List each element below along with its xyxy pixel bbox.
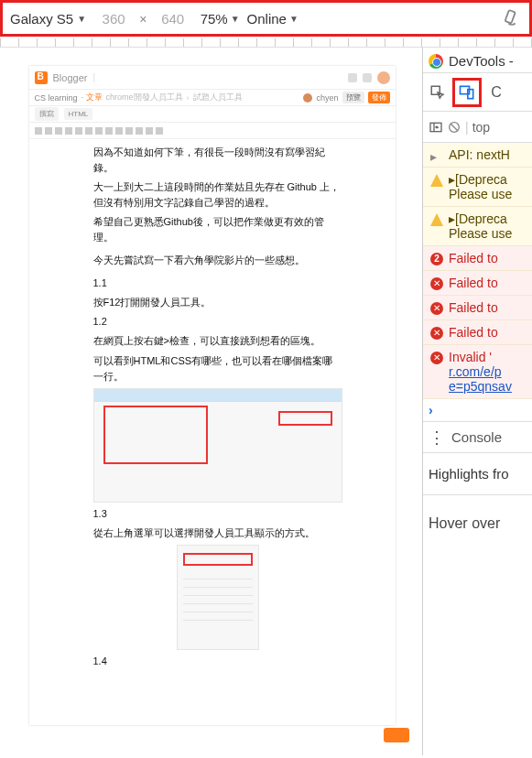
- console-message: 2 Failed to: [423, 246, 532, 271]
- crumb-sep: ›: [187, 93, 190, 103]
- devtools-titlebar: DevTools -: [423, 48, 532, 73]
- svg-rect-0: [505, 10, 516, 24]
- body-text: 從右上角選單可以選擇開發人員工具顯示的方式。: [93, 525, 342, 541]
- chevron-down-icon: ▼: [231, 14, 240, 24]
- formatting-toolbar: [29, 123, 396, 139]
- throttle-value: Online: [247, 11, 287, 27]
- italic-icon[interactable]: [75, 127, 82, 135]
- align-icon[interactable]: [125, 127, 133, 135]
- error-link[interactable]: e=p5qnsav: [449, 379, 512, 394]
- blogger-logo-icon: [35, 71, 48, 84]
- blogger-brand: Blogger: [53, 72, 88, 83]
- preview-button[interactable]: 預覽: [342, 92, 364, 103]
- blog-title[interactable]: CS learning: [35, 93, 78, 103]
- notifications-icon[interactable]: [363, 73, 372, 82]
- warning-icon: [430, 174, 443, 187]
- compose-fab[interactable]: [384, 728, 409, 742]
- font-icon[interactable]: [55, 127, 62, 135]
- device-selector[interactable]: Galaxy S5 ▼: [10, 11, 86, 27]
- viewport-height-input[interactable]: [153, 11, 193, 27]
- error-link[interactable]: r.com/e/p: [449, 364, 502, 379]
- console-message: ▸ API: nextH: [423, 143, 532, 168]
- more-tabs[interactable]: C: [482, 78, 511, 107]
- console-message: ✕ Failed to: [423, 271, 532, 296]
- sidebar-toggle-icon[interactable]: [429, 120, 443, 135]
- clear-console-icon[interactable]: [447, 120, 461, 135]
- redo-icon[interactable]: [45, 127, 52, 135]
- blogger-header: Blogger |: [29, 66, 396, 90]
- msg-text: Failed to: [449, 276, 498, 290]
- more-icon[interactable]: [156, 127, 163, 135]
- body-text: 今天先嘗試寫一下看六角學院影片的一些感想。: [93, 253, 342, 268]
- apps-icon[interactable]: [348, 73, 357, 82]
- warning-icon: [430, 213, 443, 226]
- msg-text: Failed to: [449, 325, 498, 340]
- drawer-tab-row: ⋮ Console: [423, 422, 532, 453]
- crumb-post: chrome開發人員工具: [106, 92, 183, 103]
- error-icon: ✕: [430, 352, 443, 364]
- color-icon[interactable]: [95, 127, 103, 135]
- rotate-button[interactable]: [502, 8, 522, 28]
- drawer-console-tab[interactable]: Console: [451, 429, 502, 445]
- blogger-editor: Blogger | CS learning · 文章 chrome開發人員工具 …: [29, 66, 396, 725]
- error-icon: ✕: [430, 327, 443, 340]
- zoom-selector[interactable]: 75% ▼: [201, 11, 240, 27]
- error-icon: ✕: [430, 277, 443, 290]
- body-text: 可以看到HTML和CSS有哪些，也可以看在哪個檔案哪一行。: [93, 353, 342, 384]
- publish-button[interactable]: 發佈: [368, 92, 390, 103]
- undo-icon[interactable]: [35, 127, 42, 135]
- quote-icon[interactable]: [146, 127, 153, 135]
- viewport-size: ×: [93, 11, 193, 27]
- console-message: ✕ Invalid ' r.com/e/p e=p5qnsav: [423, 345, 532, 399]
- post-body[interactable]: 因為不知道如何下筆，有很長一段時間沒有寫學習紀錄。 大一上到大二上這段時間的作業…: [29, 139, 396, 725]
- section-num: 1.4: [93, 654, 342, 669]
- embedded-screenshot-2: [177, 545, 259, 650]
- console-prompt[interactable]: ›: [423, 399, 532, 422]
- device-preview-pane: Blogger | CS learning · 文章 chrome開發人員工具 …: [0, 48, 422, 755]
- image-icon[interactable]: [115, 127, 123, 135]
- error-count-badge: 2: [430, 253, 443, 265]
- expand-icon[interactable]: ▸: [430, 149, 443, 162]
- editor-tabs: 撰寫 HTML: [29, 106, 396, 123]
- tab-compose[interactable]: 撰寫: [35, 107, 59, 121]
- console-context-row: | top: [423, 112, 532, 143]
- body-text: 因為不知道如何下筆，有很長一段時間沒有寫學習紀錄。: [93, 145, 342, 176]
- body-text: 大一上到大二上這段時間的作業姑且先存在 Github 上，但沒有特別用文字記錄自…: [93, 179, 342, 211]
- section-label: · 文章: [81, 92, 103, 103]
- throttle-selector[interactable]: Online ▼: [247, 11, 299, 27]
- underline-icon[interactable]: [85, 127, 92, 135]
- msg-text: API: nextH: [449, 147, 510, 162]
- tab-html[interactable]: HTML: [64, 108, 93, 120]
- section-num: 1.3: [93, 506, 342, 522]
- separator: |: [465, 120, 469, 135]
- console-message: ▸[DeprecaPlease use: [423, 207, 532, 246]
- section-num: 1.2: [93, 314, 342, 330]
- zoom-value: 75%: [201, 11, 228, 27]
- list-icon[interactable]: [136, 127, 143, 135]
- body-text: 在網頁上按右鍵>檢查，可以直接跳到想看的區塊。: [93, 333, 342, 349]
- avatar[interactable]: [377, 71, 390, 84]
- user-name: chyen: [316, 93, 338, 103]
- toggle-device-toolbar-button[interactable]: [452, 78, 482, 107]
- msg-text: Failed to: [449, 251, 498, 265]
- section-num: 1.1: [93, 276, 342, 291]
- viewport-width-input[interactable]: [93, 11, 134, 27]
- kebab-menu-icon[interactable]: ⋮: [429, 434, 444, 441]
- msg-text: Invalid ' r.com/e/p e=p5qnsav: [449, 350, 512, 394]
- hover-hint: Hover over: [423, 495, 532, 552]
- header-divider: |: [92, 72, 95, 82]
- bold-icon[interactable]: [65, 127, 72, 135]
- devtools-panel: DevTools - C | top ▸ API: nextH: [422, 48, 532, 755]
- context-selector[interactable]: top: [472, 120, 490, 135]
- highlights-section: Highlights fro: [423, 453, 532, 495]
- console-message: ▸[DeprecaPlease use: [423, 168, 532, 207]
- inspect-element-button[interactable]: [423, 78, 452, 107]
- ruler: [0, 38, 532, 48]
- msg-text: Failed to: [449, 300, 498, 315]
- main-area: Blogger | CS learning · 文章 chrome開發人員工具 …: [0, 48, 532, 755]
- msg-text: ▸[DeprecaPlease use: [449, 211, 512, 241]
- console-message: ✕ Failed to: [423, 320, 532, 345]
- embedded-screenshot-1: [93, 388, 342, 503]
- msg-text: ▸[DeprecaPlease use: [449, 172, 512, 201]
- link-icon[interactable]: [105, 127, 113, 135]
